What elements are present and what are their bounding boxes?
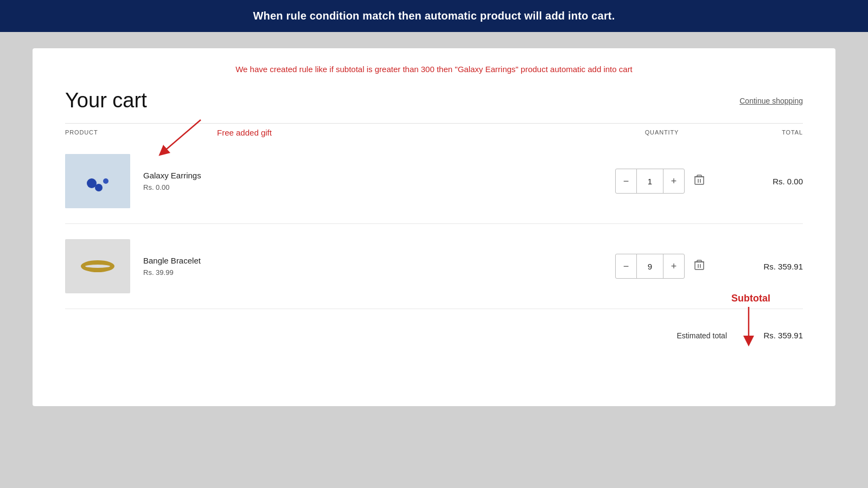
qty-value-bangle: 9 — [636, 254, 663, 278]
trash-icon-galaxy — [694, 177, 704, 188]
banner-text: When rule condition match then automatic… — [253, 10, 615, 22]
trash-icon-bangle — [694, 262, 704, 273]
minus-icon: − — [623, 176, 629, 187]
qty-decrease-bangle[interactable]: − — [616, 254, 636, 278]
item-price-galaxy-earrings: Rs. 0.00 — [143, 183, 608, 191]
item-details-galaxy-earrings: Galaxy Earrings Rs. 0.00 — [130, 171, 608, 191]
delete-galaxy[interactable] — [690, 172, 709, 190]
plus-icon-bangle: + — [671, 261, 677, 272]
subtotal-section: Subtotal Estimated total Rs. 359.91 — [65, 320, 803, 340]
col-header-total: TOTAL — [716, 129, 803, 136]
item-image-bangle — [65, 239, 130, 293]
item-name-galaxy-earrings: Galaxy Earrings — [143, 171, 608, 180]
subtotal-arrow-svg — [732, 304, 765, 348]
top-banner: When rule condition match then automatic… — [0, 0, 868, 32]
cart-item-galaxy-earrings: Galaxy Earrings Rs. 0.00 − 1 + — [65, 139, 803, 224]
continue-shopping-link[interactable]: Continue shopping — [739, 97, 803, 105]
qty-control-bangle: − 9 + — [615, 254, 685, 279]
estimated-total-value: Rs. 359.91 — [749, 331, 803, 340]
page-wrapper: We have created rule like if subtotal is… — [0, 32, 868, 439]
qty-increase-galaxy[interactable]: + — [663, 169, 684, 193]
cart-items-container: Free added gift — [65, 139, 803, 309]
cart-item-bangle-bracelet: Bangle Bracelet Rs. 39.99 − 9 + — [65, 224, 803, 309]
cart-card: We have created rule like if subtotal is… — [33, 48, 835, 406]
minus-icon-bangle: − — [623, 261, 629, 272]
item-quantity-galaxy-earrings: − 1 + — [608, 169, 716, 194]
estimated-total-row: Estimated total Rs. 359.91 — [676, 331, 803, 340]
col-header-quantity: QUANTITY — [608, 129, 716, 136]
qty-decrease-galaxy[interactable]: − — [616, 169, 636, 193]
item-image-galaxy-earrings — [65, 154, 130, 208]
col-headers: PRODUCT QUANTITY TOTAL — [65, 123, 803, 139]
svg-rect-1 — [695, 177, 704, 184]
earrings-graphic — [65, 154, 130, 208]
item-quantity-bangle: − 9 + — [608, 254, 716, 279]
col-header-product: PRODUCT — [65, 129, 130, 136]
delete-bangle[interactable] — [690, 258, 709, 275]
rule-notice: We have created rule like if subtotal is… — [65, 65, 803, 74]
plus-icon: + — [671, 176, 677, 187]
item-total-galaxy: Rs. 0.00 — [716, 177, 803, 186]
svg-rect-5 — [697, 175, 701, 177]
bangle-ring-shape — [81, 260, 114, 272]
qty-value-galaxy: 1 — [636, 169, 663, 193]
qty-increase-bangle[interactable]: + — [663, 254, 684, 278]
item-details-bangle: Bangle Bracelet Rs. 39.99 — [130, 256, 608, 277]
qty-control-galaxy: − 1 + — [615, 169, 685, 194]
item-price-bangle: Rs. 39.99 — [143, 268, 608, 277]
cart-header-row: Your cart Continue shopping — [65, 89, 803, 112]
item-name-bangle: Bangle Bracelet — [143, 256, 608, 265]
item-total-bangle: Rs. 359.91 — [716, 262, 803, 271]
svg-rect-6 — [695, 262, 704, 269]
cart-title: Your cart — [65, 89, 147, 112]
bangle-graphic — [65, 239, 130, 293]
estimated-total-label: Estimated total — [676, 331, 727, 340]
svg-rect-10 — [697, 260, 701, 262]
